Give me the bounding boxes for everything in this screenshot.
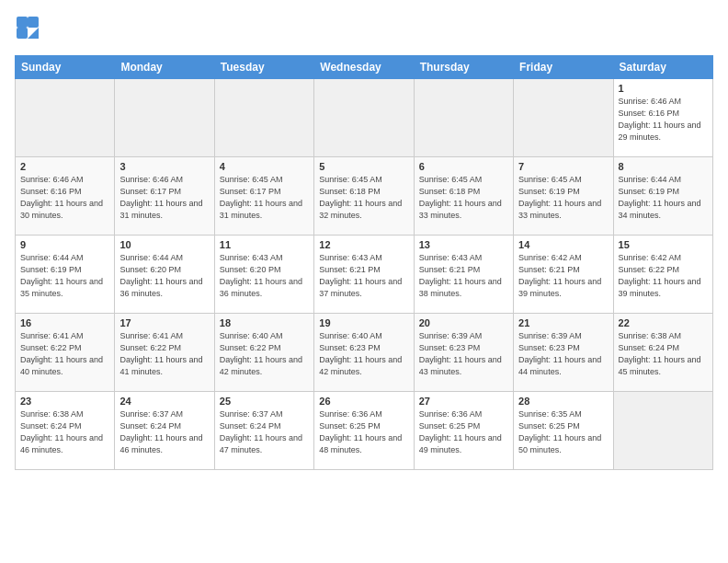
day-number: 2 — [20, 161, 109, 172]
calendar-week-row: 9Sunrise: 6:44 AMSunset: 6:19 PMDaylight… — [16, 236, 713, 314]
day-number: 1 — [619, 83, 708, 94]
calendar-cell: 23Sunrise: 6:38 AMSunset: 6:24 PMDayligh… — [16, 392, 115, 470]
day-info: Sunrise: 6:39 AMSunset: 6:23 PMDaylight:… — [419, 330, 508, 378]
calendar-cell: 15Sunrise: 6:42 AMSunset: 6:22 PMDayligh… — [613, 236, 712, 314]
calendar-cell: 10Sunrise: 6:44 AMSunset: 6:20 PMDayligh… — [115, 236, 214, 314]
calendar-cell: 7Sunrise: 6:45 AMSunset: 6:19 PMDaylight… — [514, 157, 613, 236]
calendar-week-row: 1Sunrise: 6:46 AMSunset: 6:16 PMDaylight… — [16, 79, 713, 157]
day-number: 8 — [619, 161, 708, 172]
day-number: 17 — [119, 317, 209, 328]
calendar-cell — [514, 79, 613, 157]
weekday-header-saturday: Saturday — [613, 56, 712, 79]
svg-rect-1 — [28, 17, 39, 28]
day-number: 16 — [20, 317, 109, 328]
day-info: Sunrise: 6:44 AMSunset: 6:20 PMDaylight:… — [119, 252, 209, 300]
calendar-cell: 4Sunrise: 6:45 AMSunset: 6:17 PMDaylight… — [214, 157, 313, 236]
calendar-cell: 2Sunrise: 6:46 AMSunset: 6:16 PMDaylight… — [16, 157, 115, 236]
day-number: 20 — [419, 317, 508, 328]
day-number: 26 — [319, 396, 408, 407]
day-number: 27 — [419, 396, 508, 407]
calendar-cell: 1Sunrise: 6:46 AMSunset: 6:16 PMDaylight… — [613, 79, 712, 157]
calendar-cell — [115, 79, 214, 157]
calendar-week-row: 23Sunrise: 6:38 AMSunset: 6:24 PMDayligh… — [16, 392, 713, 470]
day-info: Sunrise: 6:38 AMSunset: 6:24 PMDaylight:… — [619, 330, 708, 378]
day-info: Sunrise: 6:37 AMSunset: 6:24 PMDaylight:… — [220, 408, 309, 456]
calendar-cell: 5Sunrise: 6:45 AMSunset: 6:18 PMDaylight… — [314, 157, 414, 236]
day-number: 13 — [419, 239, 508, 250]
logo — [15, 15, 44, 44]
day-info: Sunrise: 6:45 AMSunset: 6:18 PMDaylight:… — [319, 174, 408, 222]
day-info: Sunrise: 6:46 AMSunset: 6:16 PMDaylight:… — [619, 96, 708, 144]
day-number: 4 — [220, 161, 309, 172]
day-number: 3 — [119, 161, 209, 172]
calendar-cell — [414, 79, 513, 157]
calendar-cell — [613, 392, 712, 470]
calendar-cell: 25Sunrise: 6:37 AMSunset: 6:24 PMDayligh… — [214, 392, 313, 470]
calendar-header-row: SundayMondayTuesdayWednesdayThursdayFrid… — [16, 56, 713, 79]
day-number: 6 — [419, 161, 508, 172]
calendar-cell: 12Sunrise: 6:43 AMSunset: 6:21 PMDayligh… — [314, 236, 414, 314]
calendar-cell: 8Sunrise: 6:44 AMSunset: 6:19 PMDaylight… — [613, 157, 712, 236]
calendar-cell: 6Sunrise: 6:45 AMSunset: 6:18 PMDaylight… — [414, 157, 513, 236]
calendar-cell: 11Sunrise: 6:43 AMSunset: 6:20 PMDayligh… — [214, 236, 313, 314]
calendar-cell: 22Sunrise: 6:38 AMSunset: 6:24 PMDayligh… — [613, 314, 712, 392]
day-info: Sunrise: 6:43 AMSunset: 6:20 PMDaylight:… — [220, 252, 309, 300]
day-info: Sunrise: 6:46 AMSunset: 6:16 PMDaylight:… — [20, 174, 109, 222]
day-info: Sunrise: 6:44 AMSunset: 6:19 PMDaylight:… — [20, 252, 109, 300]
day-info: Sunrise: 6:41 AMSunset: 6:22 PMDaylight:… — [119, 330, 209, 378]
svg-rect-0 — [17, 17, 28, 28]
calendar-cell: 9Sunrise: 6:44 AMSunset: 6:19 PMDaylight… — [16, 236, 115, 314]
day-number: 19 — [319, 317, 408, 328]
calendar-cell: 14Sunrise: 6:42 AMSunset: 6:21 PMDayligh… — [514, 236, 613, 314]
day-number: 14 — [518, 239, 608, 250]
weekday-header-friday: Friday — [514, 56, 613, 79]
day-info: Sunrise: 6:41 AMSunset: 6:22 PMDaylight:… — [20, 330, 109, 378]
calendar-cell — [214, 79, 313, 157]
day-number: 24 — [119, 396, 209, 407]
calendar-cell: 24Sunrise: 6:37 AMSunset: 6:24 PMDayligh… — [115, 392, 214, 470]
day-number: 15 — [619, 239, 708, 250]
calendar-cell: 13Sunrise: 6:43 AMSunset: 6:21 PMDayligh… — [414, 236, 513, 314]
day-info: Sunrise: 6:42 AMSunset: 6:21 PMDaylight:… — [518, 252, 608, 300]
weekday-header-monday: Monday — [115, 56, 214, 79]
day-info: Sunrise: 6:40 AMSunset: 6:23 PMDaylight:… — [319, 330, 408, 378]
day-info: Sunrise: 6:45 AMSunset: 6:19 PMDaylight:… — [518, 174, 608, 222]
day-info: Sunrise: 6:42 AMSunset: 6:22 PMDaylight:… — [619, 252, 708, 300]
day-number: 25 — [220, 396, 309, 407]
day-number: 9 — [20, 239, 109, 250]
calendar-cell: 28Sunrise: 6:35 AMSunset: 6:25 PMDayligh… — [514, 392, 613, 470]
calendar-table: SundayMondayTuesdayWednesdayThursdayFrid… — [15, 55, 713, 470]
calendar-cell: 16Sunrise: 6:41 AMSunset: 6:22 PMDayligh… — [16, 314, 115, 392]
day-number: 28 — [518, 396, 608, 407]
day-info: Sunrise: 6:45 AMSunset: 6:18 PMDaylight:… — [419, 174, 508, 222]
day-number: 18 — [220, 317, 309, 328]
calendar-cell: 21Sunrise: 6:39 AMSunset: 6:23 PMDayligh… — [514, 314, 613, 392]
day-info: Sunrise: 6:35 AMSunset: 6:25 PMDaylight:… — [518, 408, 608, 456]
weekday-header-tuesday: Tuesday — [214, 56, 313, 79]
weekday-header-wednesday: Wednesday — [314, 56, 414, 79]
day-number: 7 — [518, 161, 608, 172]
calendar-week-row: 2Sunrise: 6:46 AMSunset: 6:16 PMDaylight… — [16, 157, 713, 236]
calendar-cell: 18Sunrise: 6:40 AMSunset: 6:22 PMDayligh… — [214, 314, 313, 392]
day-number: 5 — [319, 161, 408, 172]
day-number: 10 — [119, 239, 209, 250]
day-info: Sunrise: 6:43 AMSunset: 6:21 PMDaylight:… — [419, 252, 508, 300]
day-number: 21 — [518, 317, 608, 328]
day-info: Sunrise: 6:40 AMSunset: 6:22 PMDaylight:… — [220, 330, 309, 378]
day-number: 12 — [319, 239, 408, 250]
day-info: Sunrise: 6:46 AMSunset: 6:17 PMDaylight:… — [119, 174, 209, 222]
weekday-header-sunday: Sunday — [16, 56, 115, 79]
page-header — [15, 15, 713, 44]
calendar-cell: 20Sunrise: 6:39 AMSunset: 6:23 PMDayligh… — [414, 314, 513, 392]
calendar-cell: 27Sunrise: 6:36 AMSunset: 6:25 PMDayligh… — [414, 392, 513, 470]
svg-rect-2 — [17, 28, 28, 39]
day-number: 22 — [619, 317, 708, 328]
calendar-cell: 3Sunrise: 6:46 AMSunset: 6:17 PMDaylight… — [115, 157, 214, 236]
day-info: Sunrise: 6:39 AMSunset: 6:23 PMDaylight:… — [518, 330, 608, 378]
day-info: Sunrise: 6:36 AMSunset: 6:25 PMDaylight:… — [419, 408, 508, 456]
calendar-cell: 17Sunrise: 6:41 AMSunset: 6:22 PMDayligh… — [115, 314, 214, 392]
svg-marker-3 — [28, 28, 39, 39]
calendar-cell — [16, 79, 115, 157]
day-info: Sunrise: 6:43 AMSunset: 6:21 PMDaylight:… — [319, 252, 408, 300]
day-info: Sunrise: 6:38 AMSunset: 6:24 PMDaylight:… — [20, 408, 109, 456]
